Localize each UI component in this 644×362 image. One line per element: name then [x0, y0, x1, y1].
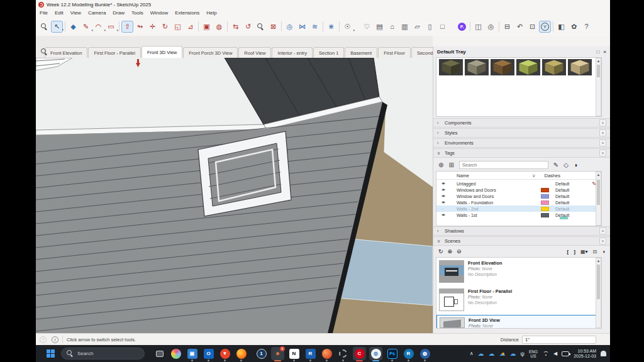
taskbar-app-revit[interactable]: R — [304, 347, 317, 360]
microphone-icon[interactable]: ψ — [521, 351, 525, 357]
geolocation-icon[interactable]: ? — [40, 336, 47, 343]
close-icon[interactable]: × — [599, 140, 606, 146]
camera-icon[interactable]: ⊡ — [526, 21, 538, 33]
close-icon[interactable]: × — [599, 119, 606, 126]
tray-favorites-icon[interactable]: ♡ — [361, 21, 373, 33]
sort-chevron-icon[interactable]: ∨ — [532, 173, 536, 178]
paint-bucket-icon[interactable]: ◍ — [213, 21, 225, 33]
onedrive-sync-icon[interactable]: ☁ — [499, 350, 506, 357]
zoom-tool-icon[interactable] — [255, 21, 267, 33]
rename-tag-icon[interactable]: ✎ — [553, 162, 558, 168]
notification-bell-icon[interactable] — [601, 351, 606, 356]
menu-window[interactable]: Window — [150, 10, 168, 16]
material-thumb[interactable] — [568, 59, 592, 75]
color-by-tag-icon[interactable]: ◇ — [564, 162, 569, 168]
tab-front-3d-view[interactable]: Front 3D View — [142, 46, 182, 58]
tab-basement[interactable]: Basement — [345, 47, 377, 58]
speaker-icon[interactable]: ◀ — [553, 351, 557, 356]
tray-overflow-chevron[interactable]: ∧ — [470, 351, 474, 356]
arc-tool-icon[interactable]: ◠▾ — [92, 21, 104, 33]
section-shadows[interactable]: ›Shadows× — [433, 226, 610, 236]
taskbar-app-1password[interactable]: 1 — [255, 347, 268, 360]
section-components[interactable]: ›Components× — [433, 118, 610, 128]
menu-draw[interactable]: Draw — [113, 10, 125, 16]
move-scene-left-icon[interactable]: [ — [567, 249, 569, 255]
taskbar-app-files[interactable]: ▣ — [186, 347, 199, 360]
tag-color-swatch[interactable] — [541, 200, 549, 205]
taskbar-app-authenticator[interactable]: ◎ — [369, 347, 382, 360]
material-thumb[interactable] — [516, 59, 540, 75]
scenes-scrollbar[interactable]: ▲ — [596, 258, 601, 328]
taskbar-app-notion[interactable]: N — [287, 347, 301, 360]
panel-minimize-icon[interactable]: ⊟ — [501, 21, 513, 33]
menu-view[interactable]: View — [70, 10, 81, 16]
material-thumb[interactable] — [439, 59, 463, 75]
tape-measure-icon[interactable]: ▣ — [201, 21, 213, 33]
menu-tools[interactable]: Tools — [131, 10, 143, 16]
tag-row[interactable]: ◉ Windows and Doors Default — [436, 187, 601, 193]
tab-section-1[interactable]: Section 1 — [313, 47, 344, 58]
model-info-icon[interactable]: ◧ — [555, 21, 567, 33]
select-tool-icon[interactable]: ↖▾ — [51, 21, 63, 33]
tag-color-swatch[interactable] — [541, 194, 549, 199]
tray-home-icon[interactable]: ⌂ — [386, 21, 398, 33]
push-pull-tool-icon[interactable]: ⇧ — [121, 21, 133, 33]
section-styles[interactable]: ›Styles× — [433, 128, 610, 138]
material-thumb[interactable] — [491, 59, 514, 75]
account-icon[interactable]: ☉▾ — [341, 21, 353, 33]
search-icon[interactable] — [38, 21, 50, 33]
tag-row-selected[interactable]: ○ Walls - 2nd Default — [436, 206, 601, 212]
orbit-tool-icon[interactable]: ↺ — [242, 21, 254, 33]
tray-close-icon[interactable]: × — [603, 49, 606, 55]
scenes-menu-icon[interactable]: ◑ — [602, 249, 605, 255]
task-view-icon[interactable] — [153, 347, 166, 360]
taskbar-app-brave[interactable]: ▼ — [218, 347, 231, 360]
taskbar-app-sketchup[interactable]: C — [353, 347, 366, 360]
close-icon[interactable]: × — [599, 150, 606, 156]
menu-extensions[interactable]: Extensions — [175, 10, 199, 16]
tag-color-swatch[interactable] — [541, 207, 549, 211]
rectangle-tool-icon[interactable]: ▭▾ — [105, 21, 117, 33]
tray-cabinet-icon[interactable]: ▥ — [399, 21, 411, 33]
tab-front-elevation[interactable]: Front Elevation — [45, 47, 87, 58]
rotate-tool-icon[interactable]: ↻ — [159, 21, 171, 33]
tab-front-porch-3d-view[interactable]: Front Porch 3D View — [183, 47, 238, 58]
taskbar-app-firefox[interactable] — [235, 347, 248, 360]
close-icon[interactable]: × — [599, 129, 606, 136]
taskbar-app-photoshop[interactable]: Ps — [386, 347, 399, 360]
wifi-icon[interactable] — [542, 351, 549, 356]
tag-row-untagged[interactable]: ◉ Untagged Default ✎ — [436, 180, 601, 187]
tags-scrollbar[interactable]: ▲ — [596, 172, 601, 226]
material-thumb[interactable] — [465, 59, 489, 75]
tray-panels-icon[interactable]: ▤ — [374, 21, 386, 33]
taskbar-app-outlook[interactable]: O — [202, 347, 215, 360]
taskbar-search[interactable]: Search — [61, 348, 145, 359]
add-scene-icon[interactable]: ⊕ — [448, 248, 453, 255]
menu-file[interactable]: File — [40, 10, 48, 16]
col-dashes[interactable]: Dashes — [545, 173, 560, 178]
line-tool-icon[interactable]: ✎▾ — [80, 21, 92, 33]
measurement-input[interactable] — [522, 336, 596, 344]
visible-eye-icon[interactable]: ◉ — [441, 214, 448, 217]
visible-eye-icon[interactable]: ◉ — [441, 182, 448, 185]
tag-row[interactable]: ◉ Window and Doors Default — [436, 193, 601, 199]
help-icon[interactable]: ? — [580, 21, 592, 33]
visible-eye-icon[interactable]: ◉ — [441, 189, 448, 192]
follow-me-tool-icon[interactable]: ↬ — [134, 21, 146, 33]
tab-first-floor-parallel[interactable]: First Floor - Parallel — [88, 47, 140, 58]
scale-tool-icon[interactable]: ◱ — [172, 21, 184, 33]
materials-scrollbar[interactable]: ▲ — [596, 58, 601, 116]
show-details-icon[interactable]: ⊡ — [592, 249, 597, 255]
language-indicator[interactable]: ENGUS — [529, 349, 538, 358]
close-icon[interactable]: × — [599, 228, 606, 234]
info-icon[interactable]: i — [52, 336, 58, 343]
tab-roof-view[interactable]: Roof View — [238, 47, 271, 58]
section-environments[interactable]: ›Environments× — [433, 138, 610, 148]
scene-item-first-floor-parallel[interactable]: First Floor - Parallel Photo: None No De… — [436, 287, 601, 314]
menu-edit[interactable]: Edit — [55, 10, 64, 16]
taskbar-app-chat[interactable]: ☻5 — [271, 347, 284, 360]
offset-tool-icon[interactable]: ⊿ — [184, 21, 196, 33]
battery-icon[interactable] — [562, 351, 569, 356]
isometric-view-icon[interactable]: ◫ — [472, 21, 484, 33]
taskbar-app-gear[interactable]: ◍ — [418, 347, 431, 360]
